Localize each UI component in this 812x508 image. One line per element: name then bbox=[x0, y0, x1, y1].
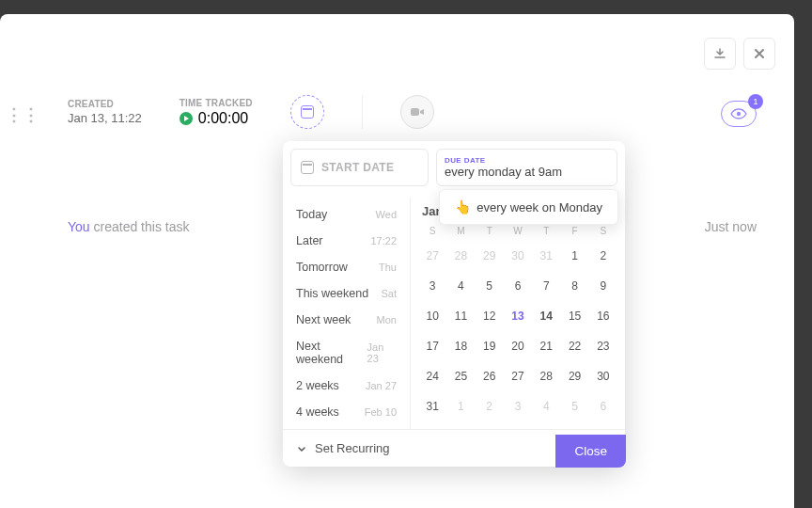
calendar-day[interactable]: 26 bbox=[476, 366, 504, 387]
created-block: CREATED Jan 13, 11:22 bbox=[68, 99, 142, 125]
quick-date-item[interactable]: Next weekMon bbox=[283, 307, 410, 333]
calendar-day[interactable]: 10 bbox=[418, 306, 446, 326]
start-date-button[interactable]: START DATE bbox=[290, 149, 429, 186]
calendar-day[interactable]: 6 bbox=[589, 396, 617, 417]
calendar-day[interactable]: 3 bbox=[418, 276, 446, 296]
calendar-day[interactable]: 2 bbox=[476, 396, 504, 417]
quick-date-hint: Jan 23 bbox=[367, 341, 397, 364]
calendar-day[interactable]: 17 bbox=[418, 336, 446, 357]
quick-date-list: TodayWedLater17:22TomorrowThuThis weeken… bbox=[283, 198, 411, 429]
calendar-day[interactable]: 6 bbox=[504, 276, 532, 296]
calendar-day[interactable]: 16 bbox=[589, 306, 617, 326]
pointer-cursor-icon: 👆 bbox=[455, 199, 471, 214]
calendar-day[interactable]: 21 bbox=[532, 336, 560, 357]
quick-date-hint: Feb 10 bbox=[365, 406, 397, 418]
close-modal-button[interactable] bbox=[743, 38, 775, 70]
quick-date-item[interactable]: Later17:22 bbox=[283, 228, 410, 254]
calendar-day[interactable]: 9 bbox=[589, 276, 617, 296]
download-tray-icon bbox=[712, 46, 727, 61]
chevron-down-icon bbox=[296, 443, 307, 454]
quick-date-hint: Jan 27 bbox=[366, 380, 397, 391]
calendar-day[interactable]: 13 bbox=[504, 306, 532, 326]
created-label: CREATED bbox=[68, 99, 142, 109]
calendar-day[interactable]: 5 bbox=[476, 276, 504, 296]
close-button[interactable]: Close bbox=[555, 435, 626, 468]
time-tracked-block: TIME TRACKED 0:00:00 bbox=[180, 98, 253, 127]
suggestion-dropdown-item[interactable]: 👆 every week on Monday bbox=[439, 189, 618, 225]
calendar-day[interactable]: 4 bbox=[446, 276, 475, 296]
watchers-button[interactable]: 1 bbox=[721, 101, 757, 127]
quick-date-item[interactable]: Next weekendJan 23 bbox=[283, 333, 410, 373]
quick-date-label: Tomorrow bbox=[296, 261, 348, 274]
calendar-day[interactable]: 31 bbox=[532, 246, 560, 266]
calendar-day[interactable]: 20 bbox=[504, 336, 532, 357]
calendar-dow: M bbox=[446, 226, 475, 236]
calendar-day[interactable]: 12 bbox=[476, 306, 504, 326]
calendar-icon bbox=[301, 105, 314, 119]
calendar-day[interactable]: 7 bbox=[532, 276, 560, 296]
svg-point-1 bbox=[737, 112, 741, 116]
activity-actor: You bbox=[68, 219, 90, 234]
calendar-day[interactable]: 28 bbox=[446, 246, 475, 266]
calendar-dow: S bbox=[589, 226, 617, 236]
calendar-day[interactable]: 14 bbox=[532, 306, 560, 326]
calendar-day[interactable]: 30 bbox=[504, 246, 532, 266]
drag-handle-icon[interactable]: ⋮⋮ bbox=[6, 104, 39, 125]
quick-date-label: This weekend bbox=[296, 287, 368, 300]
quick-date-hint: Wed bbox=[376, 209, 397, 220]
time-tracked-value[interactable]: 0:00:00 bbox=[180, 110, 253, 127]
collapse-button[interactable] bbox=[704, 38, 736, 70]
time-tracked-label: TIME TRACKED bbox=[180, 98, 253, 108]
calendar-dow: T bbox=[476, 226, 504, 236]
calendar-day[interactable]: 29 bbox=[560, 366, 588, 387]
video-icon bbox=[410, 106, 425, 118]
calendar-dow: T bbox=[532, 226, 560, 236]
calendar-day[interactable]: 29 bbox=[476, 246, 504, 266]
quick-date-item[interactable]: TomorrowThu bbox=[283, 254, 410, 280]
calendar-day[interactable]: 11 bbox=[446, 306, 475, 326]
calendar-day[interactable]: 1 bbox=[560, 246, 588, 266]
due-date-field[interactable]: DUE DATE 👆 every week on Monday bbox=[436, 149, 617, 186]
calendar-day[interactable]: 1 bbox=[446, 396, 475, 417]
calendar-day[interactable]: 25 bbox=[446, 366, 475, 387]
calendar-day[interactable]: 2 bbox=[589, 246, 617, 266]
calendar-day[interactable]: 15 bbox=[560, 306, 588, 326]
calendar-day[interactable]: 19 bbox=[476, 336, 504, 357]
video-call-button[interactable] bbox=[400, 95, 434, 129]
svg-rect-0 bbox=[411, 108, 419, 116]
calendar-day[interactable]: 28 bbox=[532, 366, 560, 387]
due-date-input[interactable] bbox=[445, 165, 609, 179]
quick-date-item[interactable]: TodayWed bbox=[283, 201, 410, 228]
due-date-circle-button[interactable] bbox=[290, 95, 324, 129]
quick-date-label: Today bbox=[296, 208, 327, 221]
calendar-grid: SMTWTFS272829303112345678910111213141516… bbox=[418, 226, 617, 417]
calendar-dow: S bbox=[418, 226, 446, 236]
created-value: Jan 13, 11:22 bbox=[68, 111, 142, 125]
calendar-day[interactable]: 31 bbox=[418, 396, 446, 417]
calendar-day[interactable]: 18 bbox=[446, 336, 475, 357]
set-recurring-label: Set Recurring bbox=[315, 441, 389, 455]
calendar-day[interactable]: 27 bbox=[504, 366, 532, 387]
start-date-label: START DATE bbox=[321, 161, 394, 174]
quick-date-label: Next week bbox=[296, 313, 351, 326]
calendar-day[interactable]: 3 bbox=[504, 396, 532, 417]
date-picker-popover: START DATE DUE DATE 👆 every week on Mond… bbox=[283, 141, 625, 467]
popover-body: TodayWedLater17:22TomorrowThuThis weeken… bbox=[283, 198, 625, 429]
close-icon bbox=[753, 47, 766, 60]
quick-date-item[interactable]: 4 weeksFeb 10 bbox=[283, 399, 410, 425]
calendar-day[interactable]: 30 bbox=[589, 366, 617, 387]
calendar-day[interactable]: 24 bbox=[418, 366, 446, 387]
calendar-dow: F bbox=[560, 226, 588, 236]
eye-icon bbox=[729, 107, 748, 120]
calendar-day[interactable]: 27 bbox=[418, 246, 446, 266]
calendar-day[interactable]: 4 bbox=[532, 396, 560, 417]
calendar-day[interactable]: 5 bbox=[560, 396, 588, 417]
divider bbox=[362, 95, 363, 129]
quick-date-item[interactable]: This weekendSat bbox=[283, 280, 410, 307]
calendar-column: Jan 2021 TODAY ‹ › SMTWTFS27282930311234… bbox=[411, 198, 625, 429]
calendar-day[interactable]: 23 bbox=[589, 336, 617, 357]
quick-date-item[interactable]: 2 weeksJan 27 bbox=[283, 373, 410, 399]
topbar bbox=[704, 38, 775, 70]
calendar-day[interactable]: 22 bbox=[560, 336, 588, 357]
calendar-day[interactable]: 8 bbox=[560, 276, 588, 296]
